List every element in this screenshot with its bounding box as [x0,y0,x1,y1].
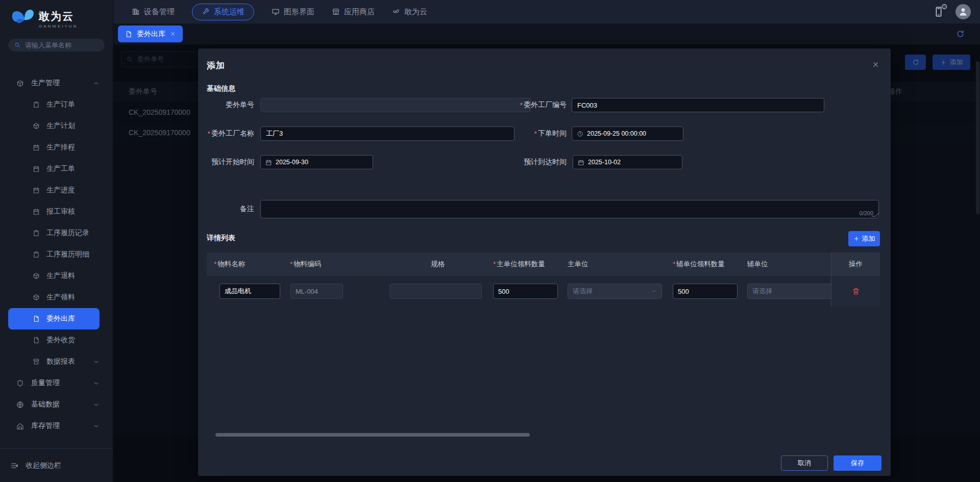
item-label: 数据报表 [46,357,75,366]
plan-arrive-label: 预计到达时间 [484,155,567,169]
col-aux-unit: 辅单位 [743,260,831,269]
item-label: 委外出库 [46,314,75,323]
sidebar-item-work-order[interactable]: 生产工单 [0,158,113,180]
spec-field[interactable] [389,284,482,299]
sidebar-group-base-data[interactable]: 基础数据 [0,394,113,415]
add-dialog: 添加 基础信息 委外单号 *委外工厂编号 *委外工厂名称 *下单时间 20 [198,48,891,476]
box-icon [16,80,24,87]
nav-device-management[interactable]: 设备管理 [132,7,175,17]
sidebar-group-quality[interactable]: 质量管理 [0,372,113,394]
details-section-title: 详情列表 [207,234,235,243]
collapse-sidebar-button[interactable]: 收起侧边栏 [0,448,113,482]
factory-code-field[interactable] [572,98,824,112]
chevron-down-icon [651,288,657,294]
shield-icon [16,379,24,387]
sidebar-group-inventory[interactable]: 库存管理 [0,415,113,437]
box-icon [33,122,40,130]
item-label: 工序履历记录 [46,229,89,238]
plan-arrive-picker[interactable]: 2025-10-02 [573,155,682,169]
save-button[interactable]: 保存 [834,455,881,471]
remark-textarea[interactable]: 0/200 [260,200,879,218]
nav-system-ops[interactable]: 系统运维 [192,4,254,20]
aux-qty-field[interactable] [673,284,738,299]
collapse-label: 收起侧边栏 [26,461,61,470]
menu-search-placeholder: 请输入菜单名称 [25,41,71,50]
sidebar-item-production-plan[interactable]: 生产计划 [0,115,113,137]
sidebar-item-process-record[interactable]: 工序履历记录 [0,222,113,244]
add-detail-label: 添加 [862,234,875,243]
item-label: 生产领料 [46,293,75,302]
nav-label: 应用商店 [344,7,375,17]
refresh-page-icon[interactable] [956,30,965,38]
basic-info-section-title: 基础信息 [207,84,235,93]
chevron-up-icon [93,80,100,87]
cancel-button[interactable]: 取消 [781,455,828,471]
tab-bar: 委外出库 [113,23,980,44]
chevron-down-icon [93,380,100,387]
aux-unit-select[interactable]: 请选择 [747,284,831,299]
sidebar-item-production-order[interactable]: 生产订单 [0,94,113,115]
order-time-picker[interactable]: 2025-09-25 00:00:00 [572,126,683,141]
sidebar-item-outsourcing-outbound[interactable]: 委外出库 [8,308,100,329]
plus-icon [853,236,860,242]
calendar-icon [33,208,40,215]
nav-label: 系统运维 [214,7,244,17]
close-dialog-icon[interactable] [872,61,879,68]
factory-name-field[interactable] [260,126,514,141]
add-detail-row-button[interactable]: 添加 [848,231,880,246]
col-material-name: *物料名称 [207,260,287,269]
col-main-unit: 主单位 [564,260,669,269]
box-icon [33,294,40,301]
device-management-icon [132,8,140,16]
nav-ganweiyun[interactable]: 敢为云 [392,7,427,17]
sidebar-item-material-request[interactable]: 生产领料 [0,287,113,308]
sidebar-item-outsourcing-receipt[interactable]: 委外收货 [0,329,113,351]
wrench-icon [202,8,210,16]
item-label: 工序履历明细 [46,250,89,259]
sidebar-item-process-detail[interactable]: 工序履历明细 [0,244,113,265]
sidebar-item-production-schedule[interactable]: 生产排程 [0,137,113,158]
main-qty-field[interactable] [493,284,558,299]
close-tab-icon[interactable] [170,31,176,37]
item-label: 生产退料 [46,271,75,281]
clipboard-icon [33,251,40,258]
document-icon [125,31,132,38]
document-icon [33,315,40,322]
avatar[interactable] [955,4,971,19]
sidebar-item-data-report[interactable]: 数据报表 [0,351,113,372]
sidebar-item-material-return[interactable]: 生产退料 [0,265,113,287]
brand-logo: 敢为云 GANWEIYUN [0,0,113,32]
nav-graphic-ui[interactable]: 图形界面 [272,7,314,17]
tab-outsourcing-outbound[interactable]: 委外出库 [118,26,183,42]
material-name-field[interactable] [219,284,280,299]
nav-label: 敢为云 [404,7,427,17]
nav-app-store[interactable]: 应用商店 [332,7,375,17]
mobile-app-button[interactable] [933,6,944,17]
box-icon [33,272,40,280]
menu-search-input[interactable]: 请输入菜单名称 [8,39,105,52]
horizontal-scrollbar[interactable] [215,433,530,437]
item-label: 生产进度 [46,186,75,195]
sidebar-item-report-review[interactable]: 报工审核 [0,201,113,222]
main-unit-select[interactable]: 请选择 [568,284,662,299]
brand-subtitle: GANWEIYUN [39,24,78,29]
material-code-field[interactable] [290,284,343,299]
tab-label: 委外出库 [137,30,165,39]
chevron-down-icon [93,359,100,365]
butterfly-logo-icon [9,7,36,31]
calendar-icon [33,144,40,151]
app-root: 设备管理 系统运维 图形界面 应用商店 敢为云 [0,0,980,482]
group-label: 质量管理 [31,378,60,388]
sidebar-item-production-progress[interactable]: 生产进度 [0,180,113,201]
sidebar-group-production[interactable]: 生产管理 [0,72,113,94]
brand-name: 敢为云 [39,9,78,23]
col-main-qty: *主单位领料数量 [489,260,564,269]
butterfly-icon [392,8,400,16]
detail-row: 请选择 请选择 [207,276,880,307]
plan-start-picker[interactable]: 2025-09-30 [260,155,373,169]
chevron-down-icon [93,423,100,429]
dialog-footer: 取消 保存 [781,455,881,471]
delete-row-icon[interactable] [852,287,860,295]
item-label: 生产计划 [46,121,75,131]
remark-label: 备注 [198,202,254,216]
